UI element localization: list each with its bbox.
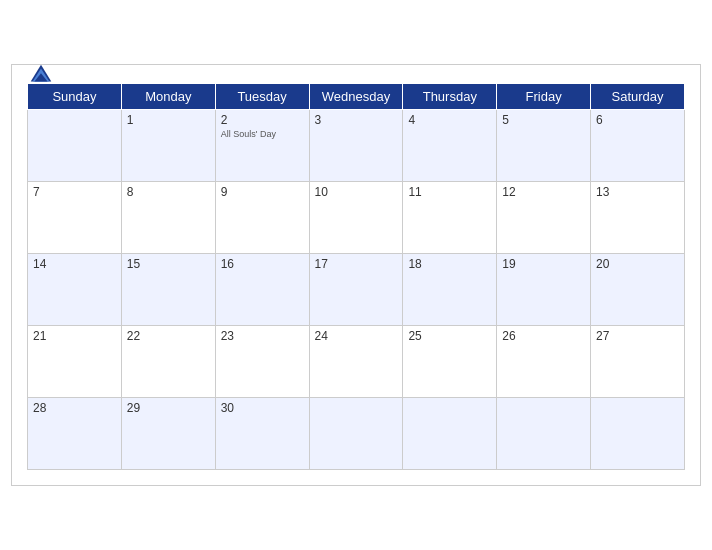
calendar-cell: 9: [215, 182, 309, 254]
day-header-tuesday: Tuesday: [215, 84, 309, 110]
day-headers-row: SundayMondayTuesdayWednesdayThursdayFrid…: [28, 84, 685, 110]
calendar-cell: 28: [28, 398, 122, 470]
calendar-container: SundayMondayTuesdayWednesdayThursdayFrid…: [11, 64, 701, 486]
calendar-week-4: 21222324252627: [28, 326, 685, 398]
calendar-cell: 13: [591, 182, 685, 254]
day-number: 17: [315, 257, 398, 271]
day-number: 21: [33, 329, 116, 343]
calendar-cell: 27: [591, 326, 685, 398]
calendar-cell: 7: [28, 182, 122, 254]
calendar-cell: 22: [121, 326, 215, 398]
day-header-friday: Friday: [497, 84, 591, 110]
calendar-cell: [591, 398, 685, 470]
calendar-cell: 23: [215, 326, 309, 398]
calendar-cell: [497, 398, 591, 470]
calendar-cell: 2All Souls' Day: [215, 110, 309, 182]
calendar-cell: 21: [28, 326, 122, 398]
calendar-cell: 10: [309, 182, 403, 254]
day-header-saturday: Saturday: [591, 84, 685, 110]
day-number: 22: [127, 329, 210, 343]
calendar-cell: 3: [309, 110, 403, 182]
calendar-week-2: 78910111213: [28, 182, 685, 254]
day-number: 27: [596, 329, 679, 343]
day-header-monday: Monday: [121, 84, 215, 110]
logo: [27, 61, 59, 89]
calendar-cell: 19: [497, 254, 591, 326]
calendar-cell: 29: [121, 398, 215, 470]
day-number: 20: [596, 257, 679, 271]
day-number: 16: [221, 257, 304, 271]
calendar-cell: 26: [497, 326, 591, 398]
calendar-table: SundayMondayTuesdayWednesdayThursdayFrid…: [27, 83, 685, 470]
day-number: 28: [33, 401, 116, 415]
calendar-cell: 17: [309, 254, 403, 326]
calendar-cell: 24: [309, 326, 403, 398]
day-number: 12: [502, 185, 585, 199]
day-number: 24: [315, 329, 398, 343]
day-number: 14: [33, 257, 116, 271]
calendar-week-5: 282930: [28, 398, 685, 470]
day-number: 8: [127, 185, 210, 199]
calendar-cell: 16: [215, 254, 309, 326]
calendar-cell: 15: [121, 254, 215, 326]
calendar-week-1: 12All Souls' Day3456: [28, 110, 685, 182]
calendar-cell: 12: [497, 182, 591, 254]
day-number: 19: [502, 257, 585, 271]
day-number: 7: [33, 185, 116, 199]
day-header-wednesday: Wednesday: [309, 84, 403, 110]
calendar-cell: 5: [497, 110, 591, 182]
day-number: 25: [408, 329, 491, 343]
day-number: 5: [502, 113, 585, 127]
calendar-cell: 11: [403, 182, 497, 254]
day-number: 23: [221, 329, 304, 343]
calendar-cell: 25: [403, 326, 497, 398]
calendar-cell: 30: [215, 398, 309, 470]
day-number: 2: [221, 113, 304, 127]
day-number: 30: [221, 401, 304, 415]
calendar-cell: 8: [121, 182, 215, 254]
day-number: 9: [221, 185, 304, 199]
calendar-cell: 20: [591, 254, 685, 326]
day-number: 13: [596, 185, 679, 199]
calendar-week-3: 14151617181920: [28, 254, 685, 326]
calendar-cell: 1: [121, 110, 215, 182]
day-number: 15: [127, 257, 210, 271]
logo-icon: [27, 61, 55, 89]
day-number: 18: [408, 257, 491, 271]
calendar-cell: 14: [28, 254, 122, 326]
day-number: 26: [502, 329, 585, 343]
calendar-cell: 18: [403, 254, 497, 326]
day-number: 11: [408, 185, 491, 199]
calendar-cell: [28, 110, 122, 182]
day-number: 4: [408, 113, 491, 127]
day-number: 29: [127, 401, 210, 415]
day-number: 6: [596, 113, 679, 127]
day-number: 10: [315, 185, 398, 199]
day-header-thursday: Thursday: [403, 84, 497, 110]
calendar-cell: [403, 398, 497, 470]
day-number: 1: [127, 113, 210, 127]
calendar-cell: 4: [403, 110, 497, 182]
calendar-cell: [309, 398, 403, 470]
calendar-cell: 6: [591, 110, 685, 182]
holiday-label: All Souls' Day: [221, 129, 304, 139]
day-number: 3: [315, 113, 398, 127]
